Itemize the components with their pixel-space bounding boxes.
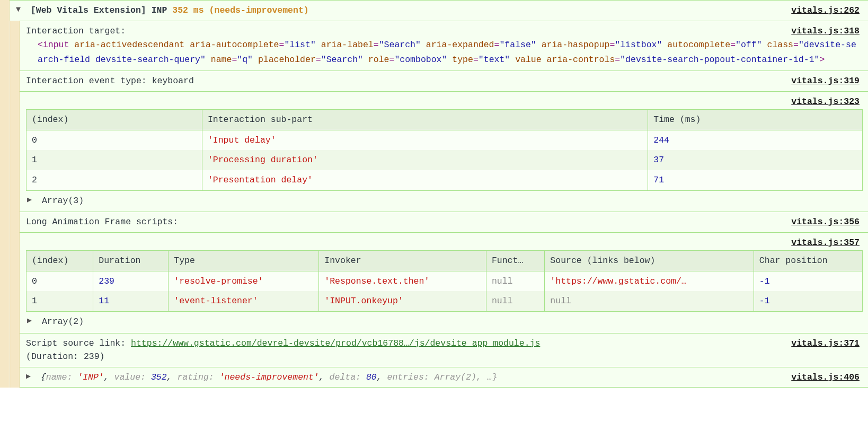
col-header[interactable]: (index) [26, 251, 93, 271]
object-summary[interactable]: ▶ {name: 'INP', value: 352, rating: 'nee… [26, 371, 781, 384]
scripts-table[interactable]: (index)DurationTypeInvokerFunct…Source (… [26, 250, 863, 312]
log-row-script-source: Script source link: https://www.gstatic.… [0, 333, 868, 367]
script-source-suffix: (Duration: 239) [26, 352, 105, 362]
inp-metric: 352 ms (needs-improvement) [172, 5, 308, 15]
script-source-url[interactable]: https://www.gstatic.com/devrel-devsite/p… [131, 338, 540, 348]
col-header[interactable]: Funct… [486, 251, 544, 271]
interaction-target-label: Interaction target: [26, 24, 126, 38]
source-link[interactable]: vitals.js:319 [791, 74, 863, 88]
log-row-target: Interaction target: vitals.js:318 <input… [0, 21, 868, 71]
table-row[interactable]: 111'event-listener''INPUT.onkeyup'nullnu… [26, 291, 863, 311]
disclosure-right-icon[interactable]: ▶ [27, 194, 37, 206]
vitals-prefix: [Web Vitals Extension] INP [31, 5, 167, 15]
table-row[interactable]: 0239'resolve-promise''Response.text.then… [26, 271, 863, 291]
col-header[interactable]: Interaction sub-part [202, 110, 648, 130]
col-header[interactable]: Duration [93, 251, 169, 271]
table-row[interactable]: 1'Processing duration'37 [26, 150, 863, 170]
array-summary[interactable]: Array(3) [42, 196, 84, 206]
log-row-table-scripts: vitals.js:357 (index)DurationTypeInvoker… [0, 232, 868, 333]
log-row-event-type: Interaction event type: keyboard vitals.… [0, 71, 868, 91]
col-header[interactable]: Type [169, 251, 319, 271]
disclosure-right-icon[interactable]: ▶ [26, 371, 36, 383]
log-message[interactable]: ▼ [Web Vitals Extension] INP 352 ms (nee… [16, 4, 781, 17]
log-row-loaf-label: Long Animation Frame scripts: vitals.js:… [0, 212, 868, 232]
col-header[interactable]: Source (links below) [545, 251, 754, 271]
source-link[interactable]: vitals.js:371 [791, 337, 863, 350]
disclosure-down-icon[interactable]: ▼ [16, 4, 25, 16]
log-row-header: ▼ [Web Vitals Extension] INP 352 ms (nee… [0, 0, 868, 21]
loaf-label: Long Animation Frame scripts: [26, 215, 781, 229]
source-link[interactable]: vitals.js:406 [791, 371, 863, 384]
col-header[interactable]: Invoker [319, 251, 486, 271]
source-link[interactable]: vitals.js:318 [791, 24, 863, 38]
col-header[interactable]: Char position [754, 251, 862, 271]
source-link[interactable]: vitals.js:356 [791, 215, 863, 229]
source-link[interactable]: vitals.js:262 [791, 4, 863, 17]
array-summary[interactable]: Array(2) [42, 317, 84, 327]
log-row-table-subparts: vitals.js:323 (index)Interaction sub-par… [0, 91, 868, 212]
col-header[interactable]: (index) [26, 110, 202, 130]
disclosure-right-icon[interactable]: ▶ [27, 315, 37, 327]
console-output: ▼ [Web Vitals Extension] INP 352 ms (nee… [0, 0, 868, 388]
source-link[interactable]: vitals.js:357 [791, 236, 863, 250]
subparts-table[interactable]: (index)Interaction sub-partTime (ms)0'In… [26, 109, 863, 190]
source-link[interactable]: vitals.js:323 [791, 95, 863, 109]
col-header[interactable]: Time (ms) [648, 110, 863, 130]
gutter [0, 0, 10, 21]
table-row[interactable]: 0'Input delay'244 [26, 130, 863, 150]
interaction-target-element[interactable]: <input aria-activedescendant aria-autoco… [26, 38, 863, 67]
log-row-object: ▶ {name: 'INP', value: 352, rating: 'nee… [0, 367, 868, 388]
script-source-prefix: Script source link: [26, 338, 131, 348]
table-row[interactable]: 2'Presentation delay'71 [26, 170, 863, 190]
event-type-text: Interaction event type: keyboard [26, 74, 781, 88]
